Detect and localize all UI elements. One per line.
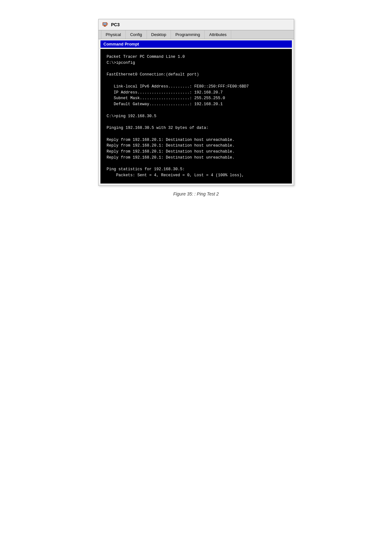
- command-prompt-label: Command Prompt: [104, 42, 139, 46]
- tab-attributes[interactable]: Attributes: [205, 30, 231, 39]
- tab-config[interactable]: Config: [126, 30, 147, 39]
- tab-programming[interactable]: Programming: [171, 30, 205, 39]
- figure-caption: Figure 35: : Ping Test 2: [173, 191, 219, 196]
- svg-rect-3: [104, 26, 106, 27]
- tab-physical[interactable]: Physical: [101, 30, 126, 39]
- window-title: PC3: [111, 22, 120, 27]
- pc-icon: [102, 22, 109, 27]
- svg-marker-4: [107, 23, 108, 25]
- terminal-output[interactable]: Packet Tracer PC Command Line 1.0 C:\>ip…: [100, 49, 292, 184]
- pc-window: PC3 Physical Config Desktop Programming …: [98, 19, 294, 186]
- command-prompt-bar[interactable]: Command Prompt: [100, 40, 292, 48]
- tab-desktop[interactable]: Desktop: [147, 30, 171, 39]
- tabs-bar: Physical Config Desktop Programming Attr…: [99, 30, 294, 39]
- svg-rect-2: [104, 26, 106, 26]
- title-bar: PC3: [99, 19, 294, 30]
- svg-rect-1: [103, 23, 106, 25]
